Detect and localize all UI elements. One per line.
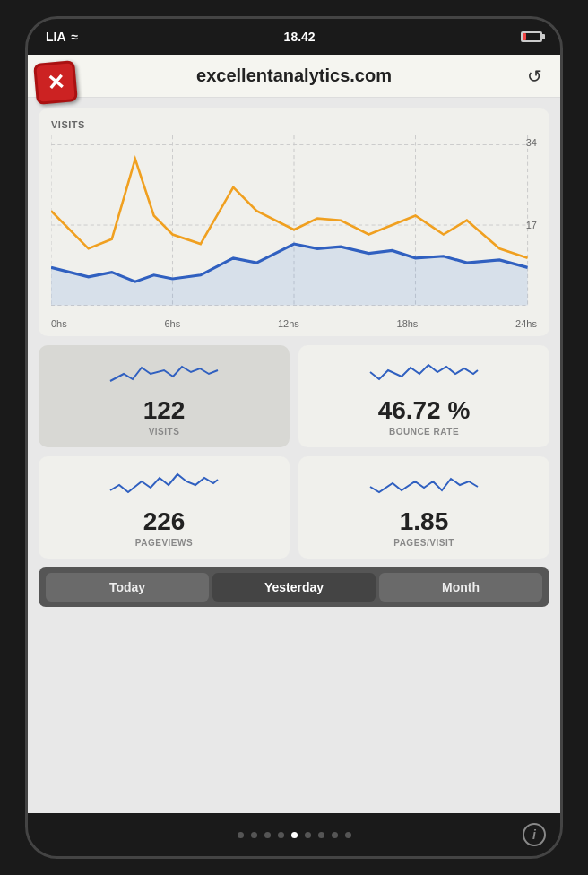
page-dot-4 — [291, 832, 298, 838]
page-dot-6 — [318, 832, 324, 838]
bounce-label: BOUNCE RATE — [389, 427, 459, 437]
chart-svg — [51, 135, 537, 315]
stat-card-visits[interactable]: 122 VISITS — [39, 345, 290, 447]
page-dot-7 — [332, 832, 338, 838]
status-left: LIA ≈ — [46, 30, 78, 44]
page-dot-8 — [345, 832, 351, 838]
bounce-value: 46.72 % — [378, 397, 471, 425]
bottom-bar: i — [28, 813, 560, 856]
pageviews-label: PAGEVIEWS — [135, 538, 193, 548]
bounce-sparkline — [311, 354, 537, 394]
x-label-1: 6hs — [164, 318, 180, 329]
svg-marker-8 — [51, 244, 528, 305]
stats-grid: 122 VISITS 46.72 % BOUNCE RATE 226 PAGEV… — [39, 345, 549, 559]
app-header: excellentanalytics.com ↺ — [28, 55, 560, 98]
x-label-3: 18hs — [397, 318, 419, 329]
stat-card-bounce[interactable]: 46.72 % BOUNCE RATE — [298, 345, 549, 447]
page-dot-0 — [238, 832, 244, 838]
battery-icon — [521, 31, 542, 42]
info-button[interactable]: i — [523, 823, 546, 846]
carrier-label: LIA — [46, 30, 66, 44]
visits-label: VISITS — [149, 427, 180, 437]
month-button[interactable]: Month — [379, 573, 542, 602]
close-button[interactable]: ✕ — [33, 60, 78, 105]
chart-x-labels: 0hs 6hs 12hs 18hs 24hs — [51, 315, 537, 329]
chart-section-label: VISITS — [51, 119, 537, 130]
y-max-label: 34 — [526, 137, 537, 148]
wifi-icon: ≈ — [72, 30, 79, 44]
x-label-4: 24hs — [515, 318, 537, 329]
stat-card-pageviews[interactable]: 226 PAGEVIEWS — [39, 456, 290, 559]
stat-card-pagesvisit[interactable]: 1.85 PAGES/VISIT — [298, 456, 549, 559]
status-bar: LIA ≈ 18.42 — [28, 19, 560, 55]
today-button[interactable]: Today — [46, 573, 209, 602]
x-label-2: 12hs — [278, 318, 299, 329]
chart-area: 34 17 — [51, 135, 537, 315]
time-display: 18.42 — [284, 30, 316, 44]
time-buttons-bar: Today Yesterday Month — [39, 567, 549, 607]
chart-section: VISITS 34 17 — [39, 108, 549, 336]
pagesvisit-value: 1.85 — [400, 508, 449, 536]
page-dot-5 — [305, 832, 311, 838]
visits-value: 122 — [143, 397, 186, 425]
battery-fill — [523, 33, 526, 40]
device-frame: LIA ≈ 18.42 excellentanalytics.com ↺ ✕ V… — [25, 16, 563, 859]
status-right — [521, 31, 542, 42]
refresh-icon[interactable]: ↺ — [527, 65, 542, 87]
main-content: VISITS 34 17 — [28, 98, 560, 813]
pagesvisit-sparkline — [311, 465, 537, 505]
visits-sparkline — [51, 354, 277, 394]
pagesvisit-label: PAGES/VISIT — [393, 538, 454, 548]
page-dot-2 — [264, 832, 271, 838]
x-icon: ✕ — [46, 71, 65, 94]
page-dot-3 — [278, 832, 284, 838]
close-badge: ✕ — [35, 62, 82, 108]
site-title: excellentanalytics.com — [196, 65, 392, 86]
pageviews-sparkline — [51, 465, 277, 505]
pageviews-value: 226 — [143, 508, 186, 536]
page-dot-1 — [251, 832, 257, 838]
info-icon: i — [532, 827, 536, 842]
x-label-0: 0hs — [51, 318, 67, 329]
y-mid-label: 17 — [526, 220, 537, 230]
yesterday-button[interactable]: Yesterday — [212, 573, 376, 602]
